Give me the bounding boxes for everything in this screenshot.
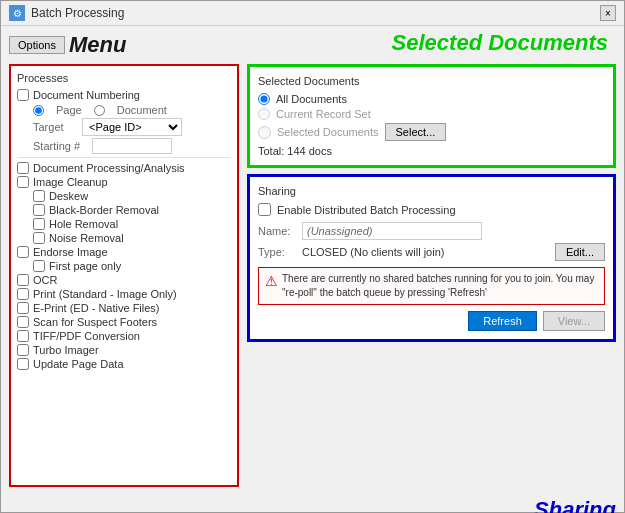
right-panel: Selected Documents All Documents Current… xyxy=(247,64,616,487)
image-cleanup-subitems: Deskew Black-Border Removal Hole Removal… xyxy=(17,189,231,245)
selected-documents-panel-title: Selected Documents xyxy=(258,75,605,87)
eprint-checkbox[interactable] xyxy=(17,302,29,314)
noise-removal-checkbox[interactable] xyxy=(33,232,45,244)
options-button[interactable]: Options xyxy=(9,36,65,54)
processes-panel: Processes Document Numbering Page Docume… xyxy=(9,64,239,487)
scan-footers-label[interactable]: Scan for Suspect Footers xyxy=(33,316,157,328)
turbo-imager-checkbox[interactable] xyxy=(17,344,29,356)
selected-documents-header: Selected Documents xyxy=(384,30,616,60)
hole-removal-item: Hole Removal xyxy=(33,217,231,231)
doc-processing-checkbox[interactable] xyxy=(17,162,29,174)
sharing-buttons: Refresh View... xyxy=(258,311,605,331)
deskew-label[interactable]: Deskew xyxy=(49,190,88,202)
sharing-bottom-label: Sharing xyxy=(534,497,616,513)
total-docs-text: Total: 144 docs xyxy=(258,145,605,157)
page-document-radio-row: Page Document xyxy=(17,104,231,116)
endorse-image-label[interactable]: Endorse Image xyxy=(33,246,108,258)
name-input[interactable] xyxy=(302,222,482,240)
edit-button[interactable]: Edit... xyxy=(555,243,605,261)
noise-removal-label[interactable]: Noise Removal xyxy=(49,232,124,244)
sep1 xyxy=(17,157,231,158)
refresh-button[interactable]: Refresh xyxy=(468,311,537,331)
sharing-panel-title: Sharing xyxy=(258,185,605,197)
name-label: Name: xyxy=(258,225,298,237)
ocr-label[interactable]: OCR xyxy=(33,274,57,286)
target-row: Target <Page ID> xyxy=(17,118,231,136)
name-row: Name: xyxy=(258,222,605,240)
processes-title: Processes xyxy=(17,72,231,84)
select-button[interactable]: Select... xyxy=(385,123,447,141)
hole-removal-label[interactable]: Hole Removal xyxy=(49,218,118,230)
turbo-imager-label[interactable]: Turbo Imager xyxy=(33,344,99,356)
black-border-label[interactable]: Black-Border Removal xyxy=(49,204,159,216)
window: ⚙ Batch Processing × Options Menu Select… xyxy=(0,0,625,513)
selected-documents-row-label: Selected Documents xyxy=(277,126,379,138)
target-label: Target xyxy=(33,121,78,133)
enable-distributed-label[interactable]: Enable Distributed Batch Processing xyxy=(277,204,456,216)
black-border-item: Black-Border Removal xyxy=(33,203,231,217)
first-page-only-checkbox[interactable] xyxy=(33,260,45,272)
enable-distributed-checkbox[interactable] xyxy=(258,203,271,216)
all-documents-radio[interactable] xyxy=(258,93,270,105)
current-record-set-label: Current Record Set xyxy=(276,108,371,120)
turbo-imager-item: Turbo Imager xyxy=(17,343,231,357)
menu-label: Menu xyxy=(69,32,126,58)
hole-removal-checkbox[interactable] xyxy=(33,218,45,230)
eprint-label[interactable]: E-Print (ED - Native Files) xyxy=(33,302,160,314)
current-record-set-item: Current Record Set xyxy=(258,108,605,120)
endorse-image-checkbox[interactable] xyxy=(17,246,29,258)
main-content: Processes Document Numbering Page Docume… xyxy=(1,64,624,495)
window-title: Batch Processing xyxy=(31,6,124,20)
target-select[interactable]: <Page ID> xyxy=(82,118,182,136)
current-record-set-radio[interactable] xyxy=(258,108,270,120)
black-border-checkbox[interactable] xyxy=(33,204,45,216)
document-numbering-label[interactable]: Document Numbering xyxy=(33,89,140,101)
view-button[interactable]: View... xyxy=(543,311,605,331)
enable-distributed-row: Enable Distributed Batch Processing xyxy=(258,203,605,216)
endorse-subitems: First page only xyxy=(17,259,231,273)
starting-row: Starting # xyxy=(17,138,231,154)
starting-input[interactable] xyxy=(92,138,172,154)
deskew-checkbox[interactable] xyxy=(33,190,45,202)
update-page-data-item: Update Page Data xyxy=(17,357,231,371)
first-page-only-item: First page only xyxy=(33,259,231,273)
selected-documents-row: Selected Documents Select... xyxy=(258,123,605,141)
scan-footers-checkbox[interactable] xyxy=(17,316,29,328)
print-checkbox[interactable] xyxy=(17,288,29,300)
window-icon: ⚙ xyxy=(9,5,25,21)
image-cleanup-item: Image Cleanup xyxy=(17,175,231,189)
page-radio[interactable] xyxy=(33,105,44,116)
noise-removal-item: Noise Removal xyxy=(33,231,231,245)
type-value: CLOSED (No clients will join) xyxy=(302,246,551,258)
ocr-checkbox[interactable] xyxy=(17,274,29,286)
info-box: ⚠ There are currently no shared batches … xyxy=(258,267,605,305)
update-page-data-label[interactable]: Update Page Data xyxy=(33,358,124,370)
starting-label: Starting # xyxy=(33,140,88,152)
title-bar: ⚙ Batch Processing × xyxy=(1,1,624,26)
document-numbering-checkbox[interactable] xyxy=(17,89,29,101)
print-item: Print (Standard - Image Only) xyxy=(17,287,231,301)
endorse-image-item: Endorse Image xyxy=(17,245,231,259)
close-button[interactable]: × xyxy=(600,5,616,21)
image-cleanup-checkbox[interactable] xyxy=(17,176,29,188)
scan-footers-item: Scan for Suspect Footers xyxy=(17,315,231,329)
update-page-data-checkbox[interactable] xyxy=(17,358,29,370)
warning-icon: ⚠ xyxy=(265,273,278,289)
all-documents-item: All Documents xyxy=(258,93,605,105)
first-page-only-label[interactable]: First page only xyxy=(49,260,121,272)
print-label[interactable]: Print (Standard - Image Only) xyxy=(33,288,177,300)
document-numbering-item: Document Numbering xyxy=(17,88,231,102)
document-radio[interactable] xyxy=(94,105,105,116)
type-row: Type: CLOSED (No clients will join) Edit… xyxy=(258,243,605,261)
selected-documents-radio[interactable] xyxy=(258,126,271,139)
tiff-pdf-label[interactable]: TIFF/PDF Conversion xyxy=(33,330,140,342)
image-cleanup-label[interactable]: Image Cleanup xyxy=(33,176,108,188)
title-bar-left: ⚙ Batch Processing xyxy=(9,5,124,21)
document-label[interactable]: Document xyxy=(117,104,167,116)
tiff-pdf-checkbox[interactable] xyxy=(17,330,29,342)
page-label[interactable]: Page xyxy=(56,104,82,116)
toolbar: Options Menu Selected Documents xyxy=(1,26,624,64)
deskew-item: Deskew xyxy=(33,189,231,203)
all-documents-label[interactable]: All Documents xyxy=(276,93,347,105)
doc-processing-label[interactable]: Document Processing/Analysis xyxy=(33,162,185,174)
